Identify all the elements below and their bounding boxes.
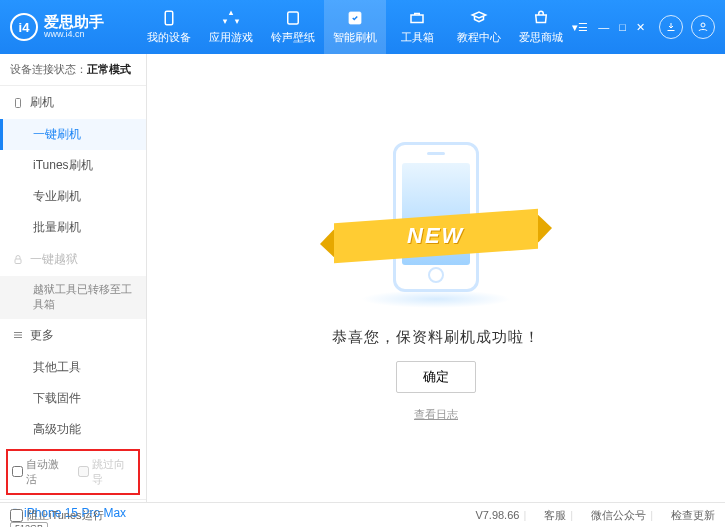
svg-rect-3 [411,15,423,23]
nav-tutorials[interactable]: 教程中心 [448,0,510,54]
close-icon[interactable]: ✕ [636,21,645,34]
version-label: V7.98.66 [475,509,519,521]
block-itunes-checkbox[interactable]: 阻止iTunes运行 [10,508,104,523]
user-button[interactable] [691,15,715,39]
group-flash[interactable]: 刷机 [0,86,146,119]
minimize-icon[interactable]: — [598,21,609,34]
sidebar-item-itunes-flash[interactable]: iTunes刷机 [0,150,146,181]
jailbreak-note: 越狱工具已转移至工具箱 [0,276,146,319]
app-name: 爱思助手 [44,14,104,31]
sidebar-item-batch-flash[interactable]: 批量刷机 [0,212,146,243]
group-jailbreak: 一键越狱 [0,243,146,276]
view-log-link[interactable]: 查看日志 [414,407,458,422]
footer-support[interactable]: 客服 [544,508,566,523]
maximize-icon[interactable]: □ [619,21,626,34]
success-illustration: NEW [346,134,526,314]
sidebar-item-advanced[interactable]: 高级功能 [0,414,146,445]
storage-badge: 512GB [10,522,48,527]
sidebar-item-other-tools[interactable]: 其他工具 [0,352,146,383]
device-status: 设备连接状态：正常模式 [0,54,146,86]
top-nav: 我的设备 应用游戏 铃声壁纸 智能刷机 工具箱 教程中心 爱思商城 [138,0,572,54]
sidebar-item-pro-flash[interactable]: 专业刷机 [0,181,146,212]
auto-activate-checkbox[interactable]: 自动激活 [12,457,68,487]
nav-my-device[interactable]: 我的设备 [138,0,200,54]
nav-smart-flash[interactable]: 智能刷机 [324,0,386,54]
app-url: www.i4.cn [44,30,104,40]
logo-icon: i4 [10,13,38,41]
skip-guide-checkbox[interactable]: 跳过向导 [78,457,134,487]
app-logo: i4 爱思助手 www.i4.cn [10,13,138,41]
new-ribbon: NEW [334,209,538,263]
footer-check-update[interactable]: 检查更新 [671,508,715,523]
success-message: 恭喜您，保资料刷机成功啦！ [332,328,540,347]
window-controls: ▾☰ — □ ✕ [572,21,645,34]
sidebar-item-download-firmware[interactable]: 下载固件 [0,383,146,414]
sidebar: 设备连接状态：正常模式 刷机 一键刷机 iTunes刷机 专业刷机 批量刷机 一… [0,54,147,502]
main-content: NEW 恭喜您，保资料刷机成功啦！ 确定 查看日志 [147,54,725,502]
svg-point-4 [701,23,705,27]
nav-toolbox[interactable]: 工具箱 [386,0,448,54]
svg-rect-6 [15,259,21,264]
download-button[interactable] [659,15,683,39]
nav-store[interactable]: 爱思商城 [510,0,572,54]
options-highlight-box: 自动激活 跳过向导 [6,449,140,495]
footer-wechat[interactable]: 微信公众号 [591,508,646,523]
group-more[interactable]: 更多 [0,319,146,352]
menu-icon[interactable]: ▾☰ [572,21,588,34]
nav-ringtones[interactable]: 铃声壁纸 [262,0,324,54]
svg-rect-5 [16,98,21,107]
sidebar-item-onekey-flash[interactable]: 一键刷机 [0,119,146,150]
svg-rect-0 [166,11,174,25]
nav-apps-games[interactable]: 应用游戏 [200,0,262,54]
ok-button[interactable]: 确定 [396,361,476,393]
svg-rect-1 [288,12,299,24]
